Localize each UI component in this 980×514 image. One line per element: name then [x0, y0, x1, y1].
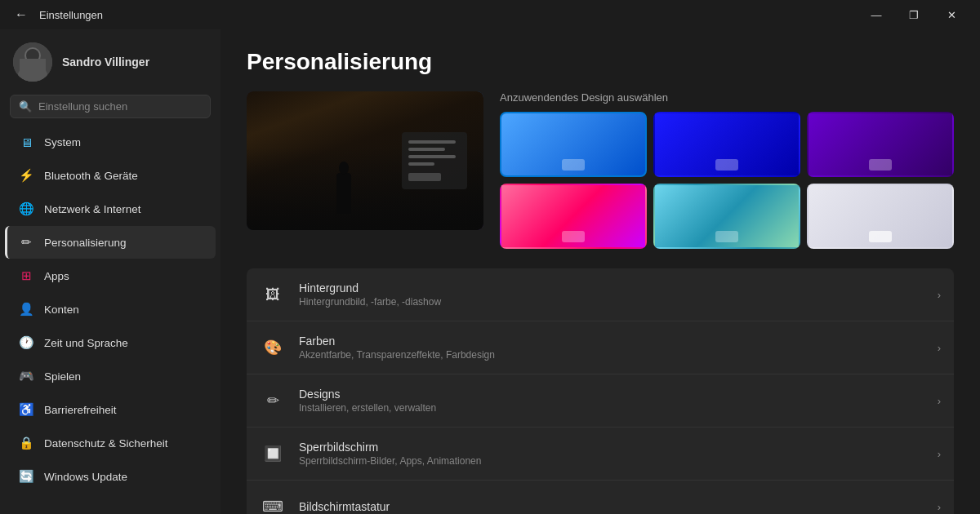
- maximize-button[interactable]: ❐: [895, 0, 933, 29]
- network-icon: 🌐: [18, 201, 34, 217]
- sidebar-item-personalization[interactable]: ✏ Personalisierung: [5, 226, 216, 259]
- settings-item-sperrbildschirm[interactable]: 🔲 Sperrbildschirm Sperrbildschirm-Bilder…: [247, 428, 954, 481]
- sidebar-item-system[interactable]: 🖥 System: [5, 126, 216, 158]
- settings-item-hintergrund[interactable]: 🖼 Hintergrund Hintergrundbild, -farbe, -…: [247, 268, 954, 321]
- settings-item-farben[interactable]: 🎨 Farben Akzentfarbe, Transparenzeffekte…: [247, 321, 954, 374]
- theme-grid-wrapper: Anzuwendendes Design auswählen: [500, 91, 954, 249]
- content-area: Personalisierung: [220, 29, 980, 514]
- theme-card-theme2[interactable]: [653, 112, 800, 177]
- sidebar-item-accessibility[interactable]: ♿ Barrierefreiheit: [5, 393, 216, 426]
- update-icon: 🔄: [18, 468, 34, 485]
- search-input[interactable]: [38, 100, 202, 113]
- system-icon: 🖥: [18, 134, 34, 150]
- sidebar-item-bluetooth[interactable]: ⚡ Bluetooth & Geräte: [5, 159, 216, 192]
- settings-item-bildschirmtastatur[interactable]: ⌨ Bildschirmtastatur ›: [247, 481, 954, 514]
- sperrbildschirm-title: Sperrbildschirm: [299, 441, 924, 454]
- titlebar-title: Einstellungen: [39, 9, 103, 21]
- back-button[interactable]: ←: [10, 4, 33, 25]
- theme-card-theme1[interactable]: [500, 112, 647, 177]
- sidebar-item-label: Konten: [44, 304, 79, 316]
- titlebar: ← Einstellungen — ❐ ✕: [0, 0, 980, 29]
- hintergrund-text: Hintergrund Hintergrundbild, -farbe, -di…: [299, 281, 924, 308]
- titlebar-controls: — ❐ ✕: [858, 0, 970, 29]
- theme-preview-image: [247, 91, 483, 230]
- farben-icon: 🎨: [260, 335, 286, 361]
- sidebar-item-label: Spielen: [44, 370, 81, 383]
- svg-rect-4: [20, 59, 46, 82]
- farben-text: Farben Akzentfarbe, Transparenzeffekte, …: [299, 335, 924, 361]
- personalization-icon: ✏: [18, 234, 34, 250]
- hintergrund-desc: Hintergrundbild, -farbe, -diashow: [299, 296, 924, 308]
- accessibility-icon: ♿: [18, 401, 34, 418]
- theme-section: Anzuwendendes Design auswählen: [247, 91, 954, 249]
- theme-card-theme6[interactable]: [807, 184, 954, 249]
- sidebar-item-label: Personalisierung: [44, 237, 127, 249]
- taskbar-dot: [562, 159, 585, 171]
- bluetooth-icon: ⚡: [18, 167, 34, 184]
- theme-card-theme5[interactable]: [653, 184, 800, 249]
- sidebar-item-apps[interactable]: ⊞ Apps: [5, 259, 216, 292]
- taskbar-dot: [562, 231, 585, 242]
- sidebar-item-update[interactable]: 🔄 Windows Update: [5, 460, 216, 493]
- sidebar-item-gaming[interactable]: 🎮 Spielen: [5, 360, 216, 392]
- accounts-icon: 👤: [18, 301, 34, 317]
- bildschirmtastatur-chevron: ›: [938, 501, 941, 513]
- settings-list: 🖼 Hintergrund Hintergrundbild, -farbe, -…: [247, 268, 954, 514]
- page-title: Personalisierung: [247, 49, 954, 75]
- sidebar-item-time[interactable]: 🕐 Zeit und Sprache: [5, 326, 216, 359]
- sidebar-item-privacy[interactable]: 🔒 Datenschutz & Sicherheit: [5, 427, 216, 459]
- hintergrund-title: Hintergrund: [299, 281, 924, 295]
- farben-chevron: ›: [938, 342, 941, 354]
- search-box[interactable]: 🔍: [10, 95, 211, 118]
- sidebar-item-label: Zeit und Sprache: [44, 337, 128, 349]
- apps-icon: ⊞: [18, 268, 34, 284]
- theme-taskbar: [562, 159, 585, 171]
- preview-button: [408, 173, 441, 181]
- theme-taskbar: [715, 231, 738, 242]
- theme-grid-label: Anzuwendendes Design auswählen: [500, 91, 954, 104]
- taskbar-dot: [869, 159, 892, 171]
- sperrbildschirm-desc: Sperrbildschirm-Bilder, Apps, Animatione…: [299, 455, 924, 467]
- theme-card-theme3[interactable]: [807, 112, 954, 177]
- sperrbildschirm-icon: 🔲: [260, 441, 286, 467]
- sidebar-item-network[interactable]: 🌐 Netzwerk & Internet: [5, 193, 216, 225]
- user-section[interactable]: Sandro Villinger: [0, 29, 220, 91]
- minimize-button[interactable]: —: [858, 0, 895, 29]
- designs-icon: ✏: [260, 388, 286, 414]
- bildschirmtastatur-icon: ⌨: [260, 494, 286, 514]
- sidebar-item-accounts[interactable]: 👤 Konten: [5, 293, 216, 326]
- bildschirmtastatur-title: Bildschirmtastatur: [299, 500, 924, 513]
- bildschirmtastatur-text: Bildschirmtastatur: [299, 500, 924, 513]
- preview-overlay: [402, 132, 467, 189]
- settings-item-designs[interactable]: ✏ Designs Installieren, erstellen, verwa…: [247, 374, 954, 428]
- nav-container: 🖥 System ⚡ Bluetooth & Geräte 🌐 Netzwerk…: [0, 125, 220, 494]
- sidebar-item-label: Barrierefreiheit: [44, 404, 117, 416]
- theme-card-theme4[interactable]: [500, 184, 647, 249]
- sidebar-item-label: System: [44, 136, 81, 148]
- close-button[interactable]: ✕: [933, 0, 970, 29]
- theme-taskbar: [869, 159, 892, 171]
- sidebar-item-label: Netzwerk & Internet: [44, 203, 141, 215]
- sidebar-item-label: Datenschutz & Sicherheit: [44, 437, 168, 450]
- search-icon: 🔍: [19, 100, 32, 113]
- time-icon: 🕐: [18, 335, 34, 351]
- preview-line: [408, 148, 445, 151]
- privacy-icon: 🔒: [18, 435, 34, 451]
- designs-title: Designs: [299, 388, 924, 401]
- designs-text: Designs Installieren, erstellen, verwalt…: [299, 388, 924, 414]
- sidebar: Sandro Villinger 🔍 🖥 System ⚡ Bluetooth …: [0, 29, 220, 514]
- designs-desc: Installieren, erstellen, verwalten: [299, 402, 924, 414]
- main-layout: Sandro Villinger 🔍 🖥 System ⚡ Bluetooth …: [0, 29, 980, 514]
- titlebar-left: ← Einstellungen: [10, 4, 103, 25]
- preview-line: [408, 140, 456, 144]
- taskbar-dot: [869, 231, 892, 242]
- gaming-icon: 🎮: [18, 368, 34, 384]
- sidebar-item-label: Apps: [44, 270, 69, 282]
- hintergrund-chevron: ›: [938, 289, 941, 301]
- avatar: [13, 42, 52, 82]
- preview-line: [408, 155, 456, 158]
- theme-taskbar: [715, 159, 738, 171]
- sidebar-item-label: Windows Update: [44, 471, 127, 483]
- farben-desc: Akzentfarbe, Transparenzeffekte, Farbdes…: [299, 349, 924, 361]
- sperrbildschirm-text: Sperrbildschirm Sperrbildschirm-Bilder, …: [299, 441, 924, 467]
